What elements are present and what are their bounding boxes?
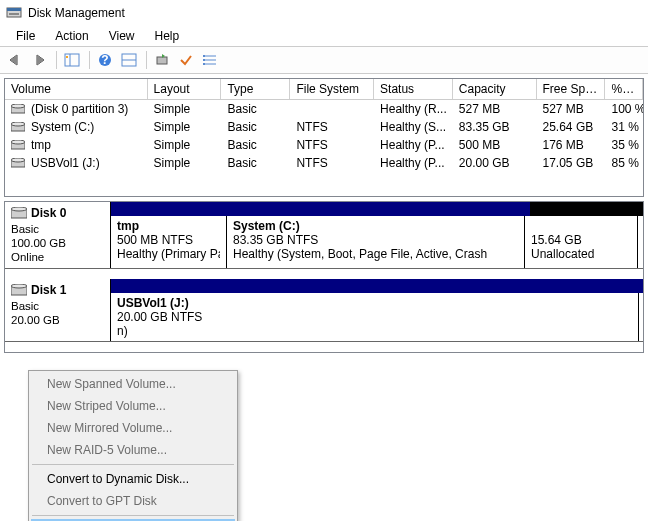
context-menu: New Spanned Volume... New Striped Volume… xyxy=(28,370,238,521)
svg-point-18 xyxy=(11,104,25,108)
disk-management-icon xyxy=(6,5,22,21)
volume-list: Volume Layout Type File System Status Ca… xyxy=(4,78,644,197)
forward-button[interactable] xyxy=(28,49,50,71)
svg-point-24 xyxy=(11,158,25,162)
window-title: Disk Management xyxy=(28,6,125,20)
menu-file[interactable]: File xyxy=(6,28,45,44)
table-row[interactable]: USBVol1 (J:)SimpleBasicNTFSHealthy (P...… xyxy=(5,154,643,172)
titlebar: Disk Management xyxy=(0,0,648,26)
col-filesystem[interactable]: File System xyxy=(290,79,374,99)
menu-view[interactable]: View xyxy=(99,28,145,44)
menu-new-raid5[interactable]: New RAID-5 Volume... xyxy=(31,439,235,461)
menu-new-spanned[interactable]: New Spanned Volume... xyxy=(31,373,235,395)
menu-convert-dynamic[interactable]: Convert to Dynamic Disk... xyxy=(31,468,235,490)
col-layout[interactable]: Layout xyxy=(148,79,222,99)
apply-button[interactable] xyxy=(175,49,197,71)
list-view-button[interactable] xyxy=(199,49,221,71)
col-status[interactable]: Status xyxy=(374,79,453,99)
svg-rect-10 xyxy=(157,57,167,64)
help-button[interactable]: ? xyxy=(94,49,116,71)
disk-info[interactable]: Disk 1Basic20.00 GB xyxy=(5,279,111,341)
partition[interactable]: tmp500 MB NTFSHealthy (Primary Partitio xyxy=(111,216,227,268)
svg-point-26 xyxy=(11,207,27,211)
partition[interactable]: 15.64 GBUnallocated xyxy=(525,216,638,268)
menu-action[interactable]: Action xyxy=(45,28,98,44)
toolbar: ? xyxy=(0,46,648,74)
menu-convert-gpt[interactable]: Convert to GPT Disk xyxy=(31,490,235,512)
partition[interactable]: System (C:)83.35 GB NTFSHealthy (System,… xyxy=(227,216,525,268)
back-button[interactable] xyxy=(4,49,26,71)
svg-rect-1 xyxy=(7,8,21,11)
menu-help[interactable]: Help xyxy=(145,28,190,44)
disk-row: Disk 1Basic20.00 GBUSBVol1 (J:)20.00 GB … xyxy=(5,279,643,342)
svg-rect-16 xyxy=(203,63,205,65)
col-pctfree[interactable]: % Free xyxy=(605,79,643,99)
col-volume[interactable]: Volume xyxy=(5,79,148,99)
show-hide-console-tree-button[interactable] xyxy=(61,49,83,71)
svg-text:?: ? xyxy=(101,53,108,67)
svg-point-22 xyxy=(11,140,25,144)
table-row[interactable]: System (C:)SimpleBasicNTFSHealthy (S...8… xyxy=(5,118,643,136)
svg-rect-3 xyxy=(65,54,79,66)
col-type[interactable]: Type xyxy=(221,79,290,99)
disk-map: Disk 0Basic100.00 GBOnlinetmp500 MB NTFS… xyxy=(4,201,644,353)
svg-rect-5 xyxy=(66,56,68,58)
svg-point-28 xyxy=(11,284,27,288)
col-free[interactable]: Free Spa... xyxy=(537,79,606,99)
menubar: File Action View Help xyxy=(0,26,648,46)
svg-rect-15 xyxy=(203,59,205,61)
menu-new-mirrored[interactable]: New Mirrored Volume... xyxy=(31,417,235,439)
menu-new-striped[interactable]: New Striped Volume... xyxy=(31,395,235,417)
svg-point-20 xyxy=(11,122,25,126)
svg-rect-2 xyxy=(9,13,19,15)
col-capacity[interactable]: Capacity xyxy=(453,79,537,99)
disk-row: Disk 0Basic100.00 GBOnlinetmp500 MB NTFS… xyxy=(5,202,643,269)
volume-header: Volume Layout Type File System Status Ca… xyxy=(5,79,643,100)
table-row[interactable]: (Disk 0 partition 3)SimpleBasicHealthy (… xyxy=(5,100,643,118)
partition[interactable]: USBVol1 (J:)20.00 GB NTFSn) xyxy=(111,293,639,341)
table-row[interactable]: tmpSimpleBasicNTFSHealthy (P...500 MB176… xyxy=(5,136,643,154)
refresh-button[interactable] xyxy=(151,49,173,71)
settings-top-bottom-button[interactable] xyxy=(118,49,140,71)
disk-info[interactable]: Disk 0Basic100.00 GBOnline xyxy=(5,202,111,268)
svg-rect-14 xyxy=(203,55,205,57)
